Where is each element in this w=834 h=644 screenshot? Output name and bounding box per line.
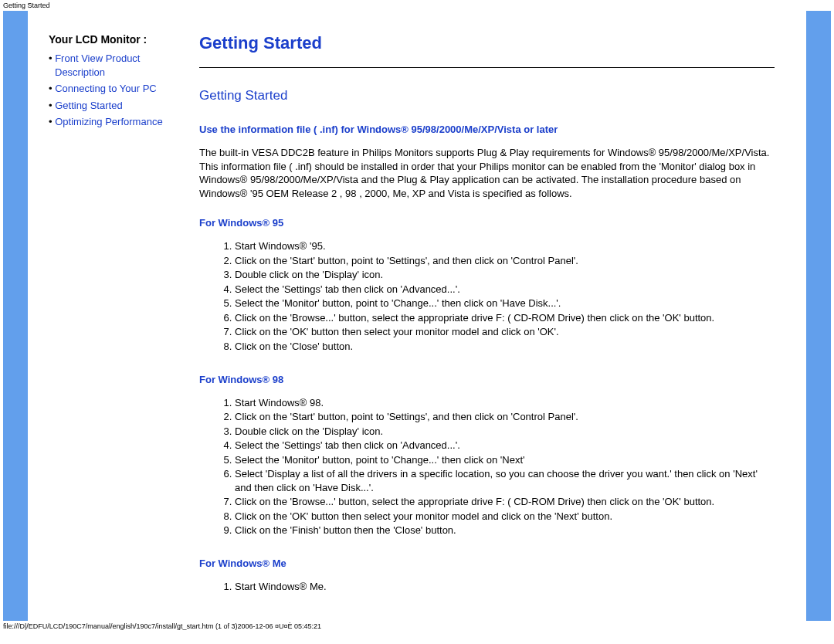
sidebar-item-optimizing[interactable]: Optimizing Performance [49,115,192,129]
list-item: Click on the 'Start' button, point to 'S… [235,254,775,268]
section-head-win95: For Windows® 95 [199,217,775,229]
intro-paragraph: The built-in VESA DDC2B feature in Phili… [199,146,775,200]
list-item: Select the 'Settings' tab then click on … [235,283,775,297]
left-blue-band [3,11,28,621]
list-item: Click on the 'Browse...' button, select … [235,311,775,325]
sidebar-link[interactable]: Optimizing Performance [55,116,162,127]
list-item: Click on the 'OK' button then select you… [235,510,775,524]
list-item: Select the 'Monitor' button, point to 'C… [235,297,775,310]
right-blue-band [806,11,831,621]
list-item: Double click on the 'Display' icon. [235,268,775,282]
title-separator [199,67,775,68]
steps-win98: Start Windows® 98. Click on the 'Start' … [199,396,775,537]
steps-winme: Start Windows® Me. [199,580,775,594]
sidebar-item-getting-started[interactable]: Getting Started [49,99,192,113]
page-header: Getting Started [0,0,834,11]
list-item: Select the 'Monitor' button, point to 'C… [235,453,775,467]
list-item: Click on the 'Close' button. [235,340,775,354]
list-item: Start Windows® '95. [235,239,775,253]
list-item: Click on the 'OK' button then select you… [235,325,775,339]
list-item: Select 'Display a list of all the driver… [235,467,775,494]
list-item: Click on the 'Start' button, point to 'S… [235,410,775,424]
sidebar-title: Your LCD Monitor : [49,33,192,46]
page-title: Getting Started [199,33,775,53]
steps-win95: Start Windows® '95. Click on the 'Start'… [199,239,775,353]
list-item: Double click on the 'Display' icon. [235,425,775,439]
section-head-winme: For Windows® Me [199,558,775,569]
section-title: Getting Started [199,88,775,103]
list-item: Select the 'Settings' tab then click on … [235,439,775,452]
sidebar-item-connecting[interactable]: Connecting to Your PC [49,82,192,96]
list-item: Click on the 'Finish' button then the 'C… [235,524,775,537]
section-head-win98: For Windows® 98 [199,374,775,385]
sidebar-link[interactable]: Getting Started [55,100,122,111]
page-footer: file:///D|/EDFU/LCD/190C7/manual/english… [0,621,834,632]
list-item: Start Windows® 98. [235,396,775,410]
list-item: Click on the 'Browse...' button, select … [235,495,775,509]
sidebar-item-front-view[interactable]: Front View Product Description [49,52,192,79]
list-item: Start Windows® Me. [235,580,775,594]
sidebar-link[interactable]: Front View Product Description [55,53,140,78]
subheading: Use the information file ( .inf) for Win… [199,124,775,135]
sidebar-link[interactable]: Connecting to Your PC [55,83,157,94]
